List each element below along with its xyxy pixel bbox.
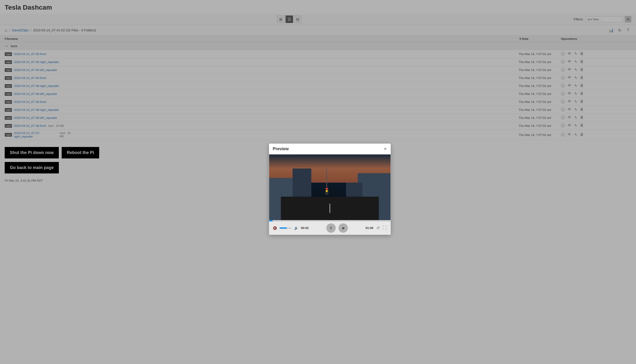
modal-body: 🔇 🔊 00:02 ⏸ ⏹ 01:00 ↺ ⛶ [269, 154, 390, 184]
building-left2 [292, 168, 311, 184]
modal-close-button[interactable]: × [384, 146, 387, 151]
traffic-light [325, 168, 328, 184]
modal-overlay: Preview × [0, 0, 636, 184]
video-area [269, 154, 390, 184]
modal-header: Preview × [269, 144, 390, 154]
building-right [358, 173, 390, 184]
building-right2 [346, 182, 362, 184]
video-scene [269, 154, 390, 184]
preview-modal: Preview × [269, 144, 391, 184]
modal-title: Preview [273, 146, 289, 152]
